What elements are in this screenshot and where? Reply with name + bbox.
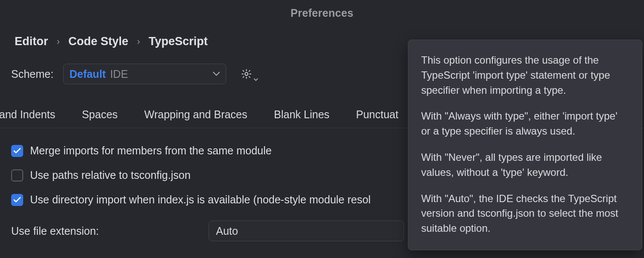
window-title: Preferences <box>0 0 644 19</box>
scheme-actions-button[interactable] <box>241 68 252 80</box>
breadcrumb-typescript[interactable]: TypeScript <box>149 35 208 48</box>
checkbox-directory-import[interactable] <box>11 194 23 206</box>
checkbox-merge-imports[interactable] <box>11 145 23 157</box>
tooltip-paragraph: With "Never", all types are imported lik… <box>421 150 629 180</box>
tab-blanklines[interactable]: Blank Lines <box>274 108 329 121</box>
breadcrumb-codestyle[interactable]: Code Style <box>68 35 128 48</box>
chevron-right-icon: › <box>136 36 141 47</box>
tab-punctuation[interactable]: Punctuat <box>356 108 398 121</box>
help-tooltip: This option configures the usage of the … <box>408 40 642 250</box>
scheme-scope: IDE <box>110 68 208 80</box>
breadcrumb-editor[interactable]: Editor <box>15 35 48 48</box>
file-extension-dropdown[interactable]: Auto <box>209 221 404 241</box>
svg-point-0 <box>245 73 248 76</box>
chevron-right-icon: › <box>56 36 61 47</box>
scheme-label: Scheme: <box>11 68 54 80</box>
file-extension-value: Auto <box>216 225 238 237</box>
tab-wrapping[interactable]: Wrapping and Braces <box>144 108 247 121</box>
label-file-extension: Use file extension: <box>11 225 209 237</box>
scheme-value: Default <box>70 68 106 80</box>
tooltip-paragraph: With "Always with type", either 'import … <box>421 109 629 139</box>
label-relative-paths: Use paths relative to tsconfig.json <box>30 169 191 181</box>
label-merge-imports: Merge imports for members from the same … <box>30 144 272 157</box>
gear-icon <box>241 68 252 80</box>
label-directory-import: Use directory import when index.js is av… <box>30 194 371 206</box>
chevron-down-icon <box>213 72 220 76</box>
chevron-down-icon <box>254 78 258 81</box>
tab-spaces[interactable]: Spaces <box>82 108 118 121</box>
tooltip-paragraph: This option configures the usage of the … <box>421 53 629 98</box>
scheme-dropdown[interactable]: Default IDE <box>63 64 226 84</box>
checkbox-relative-paths[interactable] <box>11 169 23 181</box>
tooltip-paragraph: With "Auto", the IDE checks the TypeScri… <box>421 191 629 236</box>
tab-indents[interactable]: and Indents <box>0 108 55 121</box>
